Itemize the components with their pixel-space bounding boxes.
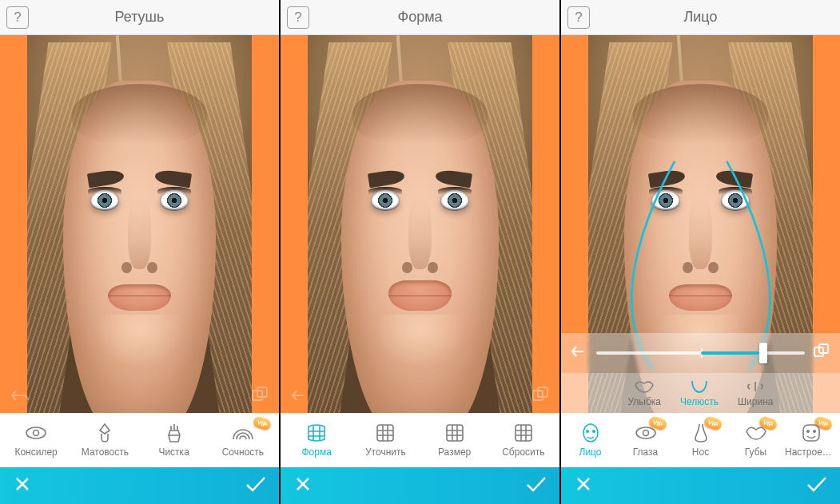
svg-point-12 <box>586 431 587 432</box>
mood-icon <box>800 423 822 443</box>
subtool-smile[interactable]: Улыбка <box>628 379 662 407</box>
tool-heal[interactable]: Чистка <box>140 423 209 458</box>
svg-point-14 <box>636 427 655 439</box>
brush-icon <box>94 423 116 443</box>
svg-rect-8 <box>516 425 531 441</box>
lips-icon <box>745 423 767 443</box>
subtool-jaw[interactable]: Челюсть <box>680 379 719 407</box>
help-button[interactable]: ? <box>6 6 29 29</box>
toolbar: Консилер Матовость Чистка VIP Сочность <box>0 413 279 467</box>
apply-button[interactable] <box>805 474 827 497</box>
undo-redo-row <box>0 381 279 413</box>
svg-point-2 <box>26 427 46 439</box>
svg-rect-6 <box>377 425 393 441</box>
help-button[interactable]: ? <box>567 6 590 29</box>
photo-canvas[interactable]: Улыбка Челюсть Ширина <box>561 35 840 413</box>
nose-icon <box>690 423 712 443</box>
tool-size[interactable]: Размер <box>420 423 489 458</box>
tool-matte[interactable]: Матовость <box>70 423 139 458</box>
tool-concealer[interactable]: Консилер <box>2 423 70 458</box>
screen-retouch: ? Ретушь Консилер <box>0 0 279 504</box>
tool-shape[interactable]: Форма <box>282 423 351 458</box>
grid-warp-icon <box>305 423 328 443</box>
tool-reset[interactable]: Сбросить <box>489 423 558 458</box>
tool-mood[interactable]: VIP Настроение <box>783 423 838 458</box>
app-screens: ? Ретушь Консилер <box>0 0 840 504</box>
compare-icon[interactable] <box>813 343 830 363</box>
apply-button[interactable] <box>244 474 266 497</box>
width-icon <box>745 379 766 395</box>
eye-icon <box>635 423 657 443</box>
header: ? Ретушь <box>0 0 279 35</box>
grid-icon <box>374 423 396 443</box>
undo-redo-row <box>281 381 559 413</box>
page-title: Форма <box>397 9 442 26</box>
svg-point-18 <box>813 431 814 432</box>
svg-point-11 <box>583 424 598 442</box>
photo-canvas[interactable] <box>0 35 279 413</box>
compare-icon[interactable] <box>250 387 269 407</box>
svg-rect-7 <box>447 425 463 441</box>
help-button[interactable]: ? <box>287 6 309 29</box>
vip-badge: VIP <box>252 415 272 431</box>
apply-button[interactable] <box>524 474 547 497</box>
cancel-button[interactable] <box>13 474 32 497</box>
photo-canvas[interactable] <box>281 35 559 413</box>
tool-face[interactable]: Лицо <box>563 423 618 458</box>
rainbow-icon <box>232 423 254 443</box>
action-bar <box>561 467 840 504</box>
action-bar <box>281 467 559 504</box>
slider-row <box>561 333 840 373</box>
undo-icon[interactable] <box>290 387 311 407</box>
page-title: Ретушь <box>115 9 165 26</box>
svg-point-3 <box>34 431 39 436</box>
undo-icon[interactable] <box>571 344 588 362</box>
svg-point-13 <box>592 431 594 432</box>
sub-toolbar: Улыбка Челюсть Ширина <box>561 373 840 413</box>
grid-icon <box>444 423 466 443</box>
lips-icon <box>634 379 655 395</box>
screen-shape: ? Форма Форма <box>281 0 559 504</box>
tool-lips[interactable]: VIP Губы <box>728 423 783 458</box>
jaw-slider[interactable] <box>596 341 805 365</box>
svg-point-17 <box>806 431 808 432</box>
tool-vibrance[interactable]: VIP Сочность <box>209 423 277 458</box>
toolbar: Форма Уточнить Размер Сбросить <box>281 413 559 467</box>
undo-icon[interactable] <box>10 387 30 407</box>
subtool-width[interactable]: Ширина <box>738 379 773 407</box>
header: ? Лицо <box>561 0 840 35</box>
tool-refine[interactable]: Уточнить <box>351 423 420 458</box>
header: ? Форма <box>281 0 559 35</box>
svg-point-15 <box>643 431 648 436</box>
face-icon <box>579 423 602 443</box>
action-bar <box>0 467 279 504</box>
cancel-button[interactable] <box>293 474 313 497</box>
jaw-icon <box>689 379 710 395</box>
eye-icon <box>25 423 47 443</box>
compare-icon[interactable] <box>531 387 550 407</box>
screen-face: ? Лицо <box>561 0 840 504</box>
page-title: Лицо <box>684 9 718 26</box>
cancel-button[interactable] <box>574 474 593 497</box>
toolbar: Лицо VIP Глаза VIP Нос VIP Губы VIP <box>561 413 840 467</box>
tool-nose[interactable]: VIP Нос <box>673 423 728 458</box>
broom-icon <box>163 423 185 443</box>
tool-eyes[interactable]: VIP Глаза <box>618 423 673 458</box>
grid-icon <box>512 423 535 443</box>
